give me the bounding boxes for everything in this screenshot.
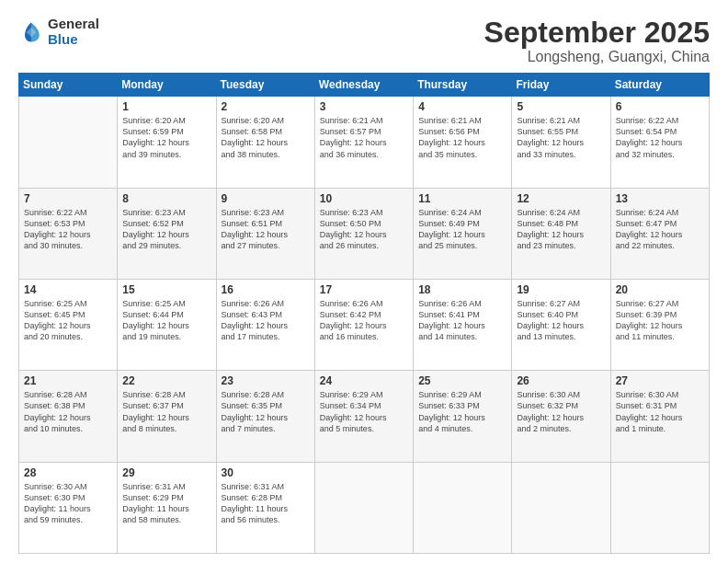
calendar-cell: 10Sunrise: 6:23 AM Sunset: 6:50 PM Dayli… [314,188,413,279]
day-number: 24 [320,374,408,387]
logo-blue-text: Blue [48,32,99,48]
day-number: 9 [222,192,310,205]
cell-content: Sunrise: 6:29 AM Sunset: 6:33 PM Dayligh… [418,389,506,434]
cell-content: Sunrise: 6:21 AM Sunset: 6:56 PM Dayligh… [418,115,506,160]
day-number: 8 [122,192,210,205]
day-number: 20 [616,283,704,296]
header-friday: Friday [512,74,610,97]
calendar-cell: 22Sunrise: 6:28 AM Sunset: 6:37 PM Dayli… [118,371,216,462]
calendar-cell: 5Sunrise: 6:21 AM Sunset: 6:55 PM Daylig… [512,97,610,188]
header-wednesday: Wednesday [314,74,413,97]
day-number: 10 [320,192,408,205]
calendar-cell: 24Sunrise: 6:29 AM Sunset: 6:34 PM Dayli… [314,371,413,462]
cell-content: Sunrise: 6:21 AM Sunset: 6:57 PM Dayligh… [320,115,408,160]
calendar-cell: 9Sunrise: 6:23 AM Sunset: 6:51 PM Daylig… [216,188,314,279]
day-number: 27 [616,374,704,387]
calendar-cell [610,462,709,553]
cell-content: Sunrise: 6:28 AM Sunset: 6:37 PM Dayligh… [122,389,210,434]
calendar-cell: 18Sunrise: 6:26 AM Sunset: 6:41 PM Dayli… [414,279,512,370]
month-title: September 2025 [484,17,710,49]
cell-content: Sunrise: 6:24 AM Sunset: 6:48 PM Dayligh… [517,207,605,252]
day-number: 28 [24,466,112,479]
cell-content: Sunrise: 6:24 AM Sunset: 6:49 PM Dayligh… [418,207,506,252]
cell-content: Sunrise: 6:31 AM Sunset: 6:29 PM Dayligh… [122,481,210,526]
cell-content: Sunrise: 6:26 AM Sunset: 6:42 PM Dayligh… [320,298,408,343]
header-saturday: Saturday [610,74,709,97]
calendar-cell: 17Sunrise: 6:26 AM Sunset: 6:42 PM Dayli… [314,279,413,370]
calendar-cell: 13Sunrise: 6:24 AM Sunset: 6:47 PM Dayli… [610,188,709,279]
cell-content: Sunrise: 6:23 AM Sunset: 6:52 PM Dayligh… [122,207,210,252]
cell-content: Sunrise: 6:28 AM Sunset: 6:38 PM Dayligh… [24,389,112,434]
cell-content: Sunrise: 6:21 AM Sunset: 6:55 PM Dayligh… [517,115,605,160]
calendar-cell: 8Sunrise: 6:23 AM Sunset: 6:52 PM Daylig… [118,188,216,279]
calendar-week-row: 7Sunrise: 6:22 AM Sunset: 6:53 PM Daylig… [19,188,710,279]
calendar-cell: 1Sunrise: 6:20 AM Sunset: 6:59 PM Daylig… [118,97,216,188]
day-number: 25 [418,374,506,387]
calendar-page: General Blue September 2025 Longsheng, G… [0,0,728,563]
calendar-cell: 12Sunrise: 6:24 AM Sunset: 6:48 PM Dayli… [512,188,610,279]
cell-content: Sunrise: 6:30 AM Sunset: 6:32 PM Dayligh… [517,389,605,434]
cell-content: Sunrise: 6:26 AM Sunset: 6:41 PM Dayligh… [418,298,506,343]
day-number: 4 [418,100,506,113]
cell-content: Sunrise: 6:20 AM Sunset: 6:58 PM Dayligh… [222,115,310,160]
logo: General Blue [18,17,99,47]
calendar-cell [414,462,512,553]
cell-content: Sunrise: 6:25 AM Sunset: 6:45 PM Dayligh… [24,298,112,343]
calendar-week-row: 28Sunrise: 6:30 AM Sunset: 6:30 PM Dayli… [19,462,710,553]
calendar-week-row: 21Sunrise: 6:28 AM Sunset: 6:38 PM Dayli… [19,371,710,462]
calendar-cell: 19Sunrise: 6:27 AM Sunset: 6:40 PM Dayli… [512,279,610,370]
cell-content: Sunrise: 6:28 AM Sunset: 6:35 PM Dayligh… [222,389,310,434]
calendar-cell: 15Sunrise: 6:25 AM Sunset: 6:44 PM Dayli… [118,279,216,370]
cell-content: Sunrise: 6:22 AM Sunset: 6:54 PM Dayligh… [616,115,704,160]
day-number: 13 [616,192,704,205]
weekday-header-row: Sunday Monday Tuesday Wednesday Thursday… [19,74,710,97]
calendar-cell [19,97,118,188]
cell-content: Sunrise: 6:27 AM Sunset: 6:39 PM Dayligh… [616,298,704,343]
calendar-cell: 4Sunrise: 6:21 AM Sunset: 6:56 PM Daylig… [414,97,512,188]
day-number: 3 [320,100,408,113]
cell-content: Sunrise: 6:23 AM Sunset: 6:50 PM Dayligh… [320,207,408,252]
cell-content: Sunrise: 6:22 AM Sunset: 6:53 PM Dayligh… [24,207,112,252]
day-number: 23 [222,374,310,387]
day-number: 7 [24,192,112,205]
day-number: 2 [222,100,310,113]
calendar-cell: 30Sunrise: 6:31 AM Sunset: 6:28 PM Dayli… [216,462,314,553]
calendar-cell: 7Sunrise: 6:22 AM Sunset: 6:53 PM Daylig… [19,188,118,279]
calendar-cell [314,462,413,553]
calendar-cell [512,462,610,553]
cell-content: Sunrise: 6:24 AM Sunset: 6:47 PM Dayligh… [616,207,704,252]
calendar-cell: 28Sunrise: 6:30 AM Sunset: 6:30 PM Dayli… [19,462,118,553]
header-thursday: Thursday [414,74,512,97]
logo-general-text: General [48,17,99,32]
day-number: 22 [122,374,210,387]
calendar-week-row: 1Sunrise: 6:20 AM Sunset: 6:59 PM Daylig… [19,97,710,188]
calendar-cell: 3Sunrise: 6:21 AM Sunset: 6:57 PM Daylig… [314,97,413,188]
calendar-cell: 29Sunrise: 6:31 AM Sunset: 6:29 PM Dayli… [118,462,216,553]
cell-content: Sunrise: 6:31 AM Sunset: 6:28 PM Dayligh… [222,481,310,526]
calendar-cell: 16Sunrise: 6:26 AM Sunset: 6:43 PM Dayli… [216,279,314,370]
cell-content: Sunrise: 6:27 AM Sunset: 6:40 PM Dayligh… [517,298,605,343]
cell-content: Sunrise: 6:26 AM Sunset: 6:43 PM Dayligh… [222,298,310,343]
header-tuesday: Tuesday [216,74,314,97]
cell-content: Sunrise: 6:23 AM Sunset: 6:51 PM Dayligh… [222,207,310,252]
calendar-cell: 25Sunrise: 6:29 AM Sunset: 6:33 PM Dayli… [414,371,512,462]
day-number: 29 [122,466,210,479]
calendar-cell: 23Sunrise: 6:28 AM Sunset: 6:35 PM Dayli… [216,371,314,462]
calendar-cell: 6Sunrise: 6:22 AM Sunset: 6:54 PM Daylig… [610,97,709,188]
calendar-body: 1Sunrise: 6:20 AM Sunset: 6:59 PM Daylig… [19,97,710,554]
day-number: 14 [24,283,112,296]
cell-content: Sunrise: 6:30 AM Sunset: 6:30 PM Dayligh… [24,481,112,526]
cell-content: Sunrise: 6:30 AM Sunset: 6:31 PM Dayligh… [616,389,704,434]
day-number: 19 [517,283,605,296]
location-title: Longsheng, Guangxi, China [484,49,710,65]
calendar-header: Sunday Monday Tuesday Wednesday Thursday… [19,74,710,97]
day-number: 5 [517,100,605,113]
day-number: 30 [222,466,310,479]
cell-content: Sunrise: 6:25 AM Sunset: 6:44 PM Dayligh… [122,298,210,343]
day-number: 11 [418,192,506,205]
header-sunday: Sunday [19,74,118,97]
title-block: September 2025 Longsheng, Guangxi, China [484,17,710,65]
header: General Blue September 2025 Longsheng, G… [18,17,710,65]
calendar-cell: 21Sunrise: 6:28 AM Sunset: 6:38 PM Dayli… [19,371,118,462]
logo-text: General Blue [48,17,99,47]
